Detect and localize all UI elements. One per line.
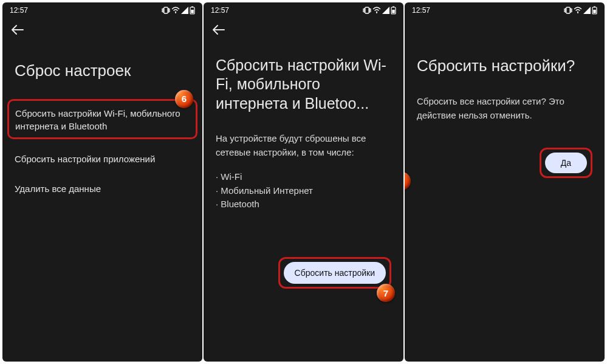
page-title: Сбросить настройки Wi-Fi, мобильного инт…: [216, 56, 391, 113]
status-icons: [162, 6, 195, 15]
option-erase-all[interactable]: Удалить все данные: [15, 176, 190, 206]
wifi-icon: [171, 7, 180, 14]
confirm-description: Сбросить все настройки сети? Это действи…: [417, 94, 592, 123]
signal-icon: [583, 7, 591, 14]
svg-rect-10: [566, 7, 570, 13]
phone-screen-1: 12:57 Сброс настроек Сбросить настройки …: [2, 2, 202, 362]
svg-point-1: [175, 12, 176, 13]
battery-icon: [190, 6, 195, 15]
wifi-icon: [372, 7, 381, 14]
battery-icon: [592, 6, 597, 15]
bullet-wifi: · Wi-Fi: [216, 170, 391, 184]
signal-icon: [181, 7, 188, 14]
battery-icon: [391, 6, 396, 15]
reset-settings-button[interactable]: Сбросить настройки: [284, 262, 386, 284]
bullet-bluetooth: · Bluetooth: [216, 197, 391, 211]
status-bar: 12:57: [405, 2, 605, 17]
back-button[interactable]: [204, 17, 403, 39]
status-icons: [564, 6, 597, 15]
phone-screen-3: 12:57 Сбросить настройки? Сбросить все н…: [405, 2, 605, 362]
status-time: 12:57: [211, 6, 229, 15]
svg-point-6: [376, 12, 377, 13]
svg-rect-8: [393, 7, 394, 8]
reset-bullets: · Wi-Fi · Мобильный Интернет · Bluetooth: [216, 170, 391, 211]
step-badge-6: 6: [175, 90, 193, 108]
vibrate-icon: [363, 7, 371, 14]
vibrate-icon: [162, 7, 170, 14]
svg-rect-13: [594, 7, 595, 8]
phone-screen-2: 12:57 Сбросить настройки Wi-Fi, мобильно…: [204, 2, 403, 362]
step-badge-8: 8: [405, 172, 411, 190]
reset-description: На устройстве будут сброшены все сетевые…: [216, 131, 391, 160]
page-title: Сброс настроек: [15, 61, 190, 81]
option-reset-apps[interactable]: Сбросить настройки приложений: [15, 146, 190, 176]
arrow-left-icon: [212, 24, 225, 35]
svg-point-11: [577, 12, 578, 13]
signal-icon: [382, 7, 389, 14]
button-row: Да 8: [417, 148, 592, 178]
svg-rect-9: [392, 10, 394, 13]
status-icons: [363, 6, 396, 15]
svg-rect-14: [593, 10, 595, 13]
status-bar: 12:57: [204, 2, 403, 17]
status-time: 12:57: [10, 6, 28, 15]
status-bar: 12:57: [2, 2, 202, 17]
step-badge-7: 7: [377, 284, 395, 302]
wifi-icon: [574, 7, 582, 14]
svg-rect-4: [191, 10, 193, 13]
bullet-mobile: · Мобильный Интернет: [216, 184, 391, 198]
status-time: 12:57: [412, 6, 430, 15]
svg-rect-0: [164, 7, 168, 13]
highlighted-option: Сбросить настройки Wi-Fi, мобильного инт…: [7, 99, 197, 139]
highlighted-button: Да: [540, 148, 592, 178]
svg-rect-3: [191, 7, 193, 8]
confirm-yes-button[interactable]: Да: [545, 153, 587, 173]
highlighted-button: Сбросить настройки: [278, 257, 391, 289]
button-row: Сбросить настройки 7: [216, 257, 391, 289]
back-button[interactable]: [2, 17, 202, 39]
page-title: Сбросить настройки?: [417, 56, 592, 76]
option-reset-network[interactable]: Сбросить настройки Wi-Fi, мобильного инт…: [15, 106, 190, 134]
arrow-left-icon: [11, 24, 24, 35]
svg-rect-5: [365, 7, 369, 13]
vibrate-icon: [564, 7, 572, 14]
